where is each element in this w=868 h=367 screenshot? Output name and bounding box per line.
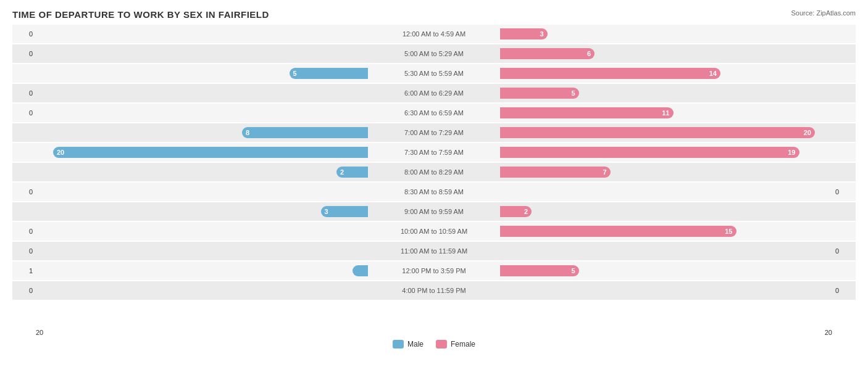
female-bar <box>500 265 579 276</box>
legend-female-box <box>436 340 447 348</box>
female-value-right: 0 <box>832 247 856 255</box>
left-bar-container <box>36 265 369 276</box>
male-bar-wrap: 8 <box>242 127 368 138</box>
time-label: 6:00 AM to 6:29 AM <box>369 89 499 97</box>
table-row: 20 7:30 AM to 7:59 AM 19 <box>12 143 856 162</box>
female-bar-value-inside: 5 <box>571 267 575 274</box>
source-label: Source: ZipAtlas.com <box>791 9 856 17</box>
time-label: 12:00 PM to 3:59 PM <box>369 267 499 274</box>
right-bar-container: 3 <box>499 28 832 39</box>
time-label: 4:00 PM to 11:59 PM <box>369 287 499 294</box>
female-bar-wrap: 15 <box>500 226 737 237</box>
right-bar-container <box>499 186 832 197</box>
legend-male-label: Male <box>407 340 424 348</box>
female-bar-wrap: 2 <box>500 206 532 217</box>
chart-container: TIME OF DEPARTURE TO WORK BY SEX IN FAIR… <box>0 0 868 367</box>
male-value-left: 0 <box>12 30 36 38</box>
male-bar <box>242 127 368 138</box>
table-row: 8 7:00 AM to 7:29 AM 20 <box>12 123 856 142</box>
female-bar-value-inside: 2 <box>524 208 528 215</box>
right-bar-container: 5 <box>499 88 832 99</box>
female-value-right: 0 <box>832 188 856 196</box>
x-axis: 20 20 <box>12 329 856 336</box>
right-bar-container <box>499 245 832 257</box>
left-bar-container <box>36 48 369 59</box>
right-bar-container: 19 <box>499 147 832 158</box>
time-label: 6:30 AM to 6:59 AM <box>369 109 499 117</box>
table-row: 0 4:00 PM to 11:59 PM 0 <box>12 281 856 300</box>
legend-female: Female <box>436 340 475 348</box>
female-bar-wrap: 7 <box>500 167 611 178</box>
table-row: 0 10:00 AM to 10:59 AM 15 <box>12 222 856 241</box>
table-row: 0 6:30 AM to 6:59 AM 11 <box>12 104 856 122</box>
legend: Male Female <box>12 340 856 348</box>
right-bar-container: 15 <box>499 226 832 237</box>
male-bar <box>353 265 369 276</box>
male-bar <box>290 68 369 79</box>
male-bar-value-inside: 3 <box>325 208 328 215</box>
time-label: 8:00 AM to 8:29 AM <box>369 168 499 176</box>
female-bar-wrap: 14 <box>500 68 720 79</box>
x-axis-left: 20 <box>36 329 43 336</box>
female-bar-value-inside: 14 <box>709 70 717 77</box>
right-bar-container: 20 <box>499 127 832 138</box>
left-bar-container: 2 <box>36 167 369 178</box>
female-bar-wrap: 5 <box>500 265 579 276</box>
left-bar-container: 20 <box>36 147 369 158</box>
table-row: 0 12:00 AM to 4:59 AM 3 <box>12 25 856 43</box>
left-bar-container <box>36 107 369 118</box>
female-bar <box>500 68 720 79</box>
time-label: 11:00 AM to 11:59 AM <box>369 247 499 255</box>
male-value-left: 0 <box>12 228 36 235</box>
male-bar-wrap: 5 <box>290 68 369 79</box>
male-bar <box>53 147 368 158</box>
table-row: 0 6:00 AM to 6:29 AM 5 <box>12 84 856 102</box>
male-value-left: 0 <box>12 188 36 196</box>
female-bar-value-inside: 5 <box>571 89 575 97</box>
male-bar-value-inside: 2 <box>340 168 344 176</box>
table-row: 2 8:00 AM to 8:29 AM 7 <box>12 163 856 181</box>
left-bar-container: 3 <box>36 206 369 217</box>
time-label: 5:00 AM to 5:29 AM <box>369 50 499 57</box>
female-bar <box>500 226 737 237</box>
table-row: 1 12:00 PM to 3:59 PM 5 <box>12 262 856 280</box>
female-bar-value-inside: 20 <box>804 129 811 136</box>
male-bar-wrap: 2 <box>336 167 368 178</box>
male-bar-wrap <box>353 265 369 276</box>
chart-area: 0 12:00 AM to 4:59 AM 3 0 5:00 AM to 5:2… <box>12 25 856 327</box>
time-label: 12:00 AM to 4:59 AM <box>369 30 499 38</box>
left-bar-container: 5 <box>36 68 369 79</box>
left-bar-container <box>36 226 369 237</box>
female-bar-value-inside: 6 <box>587 50 591 57</box>
male-bar-value-inside: 8 <box>246 129 249 136</box>
female-bar-value-inside: 15 <box>725 228 732 235</box>
table-row: 0 5:00 AM to 5:29 AM 6 <box>12 44 856 63</box>
male-bar-value-inside: 20 <box>57 149 64 156</box>
right-bar-container <box>499 285 832 296</box>
time-label: 9:00 AM to 9:59 AM <box>369 208 499 215</box>
female-bar <box>500 88 579 99</box>
male-value-left: 0 <box>12 287 36 294</box>
female-bar <box>500 107 674 118</box>
legend-female-label: Female <box>451 340 475 348</box>
left-bar-container <box>36 28 369 39</box>
female-bar-wrap: 20 <box>500 127 815 138</box>
right-bar-container: 2 <box>499 206 832 217</box>
time-label: 7:30 AM to 7:59 AM <box>369 149 499 156</box>
table-row: 5 5:30 AM to 5:59 AM 14 <box>12 64 856 83</box>
x-axis-right: 20 <box>825 329 832 336</box>
time-label: 5:30 AM to 5:59 AM <box>369 70 499 77</box>
male-bar-wrap: 20 <box>53 147 368 158</box>
left-bar-container <box>36 285 369 296</box>
left-bar-container <box>36 245 369 257</box>
female-value-right: 0 <box>832 287 856 294</box>
time-label: 8:30 AM to 8:59 AM <box>369 188 499 196</box>
chart-title: TIME OF DEPARTURE TO WORK BY SEX IN FAIR… <box>12 9 856 20</box>
female-bar-wrap: 3 <box>500 28 548 39</box>
right-bar-container: 14 <box>499 68 832 79</box>
female-bar <box>500 127 815 138</box>
female-bar-wrap: 11 <box>500 107 674 118</box>
female-bar-value-inside: 11 <box>662 109 669 117</box>
table-row: 3 9:00 AM to 9:59 AM 2 <box>12 202 856 221</box>
male-value-left: 0 <box>12 89 36 97</box>
